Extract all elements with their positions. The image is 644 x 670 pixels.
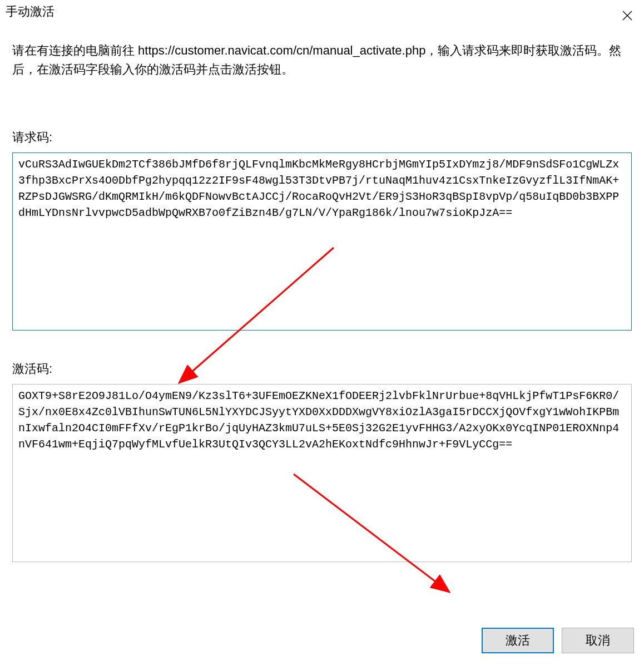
close-icon	[622, 10, 633, 21]
titlebar: 手动激活	[0, 0, 644, 24]
request-code-textarea[interactable]	[12, 152, 632, 331]
activation-code-textarea[interactable]	[12, 384, 632, 562]
cancel-button[interactable]: 取消	[562, 628, 634, 653]
window-title: 手动激活	[6, 3, 55, 20]
instructions-text: 请在有连接的电脑前往 https://customer.navicat.com/…	[12, 41, 632, 79]
close-button[interactable]	[611, 3, 644, 28]
button-row: 激活 取消	[482, 628, 634, 653]
activate-button[interactable]: 激活	[482, 628, 554, 653]
request-code-label: 请求码:	[12, 129, 632, 146]
activation-code-label: 激活码:	[12, 361, 632, 377]
dialog-content: 请在有连接的电脑前往 https://customer.navicat.com/…	[0, 24, 644, 564]
